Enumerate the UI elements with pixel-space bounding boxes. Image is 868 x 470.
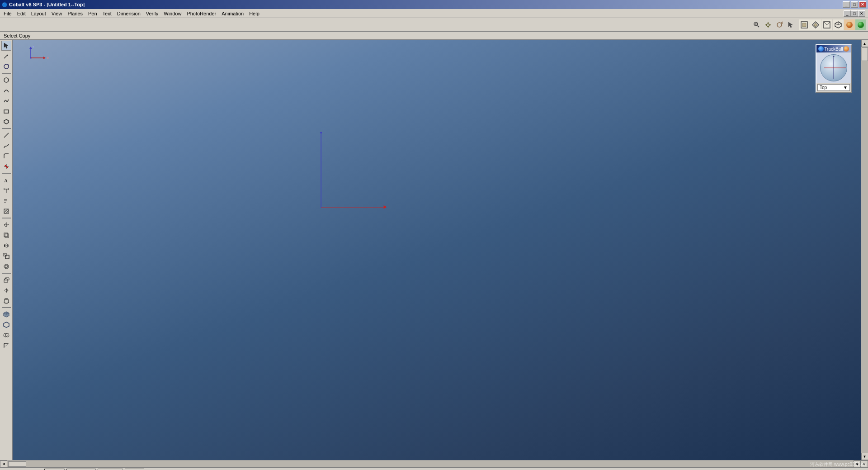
x-coord-display: X= -13.935' [66, 469, 96, 470]
menu-planes[interactable]: Planes [65, 10, 85, 17]
watermark: 河东软件网 www.pc0359.cn [810, 461, 866, 468]
menu-animation[interactable]: Animation [219, 10, 246, 17]
svg-point-4 [777, 23, 782, 27]
menu-photorender[interactable]: PhotoRender [184, 10, 219, 17]
menu-help[interactable]: Help [246, 10, 262, 17]
app-title: Cobalt v8 SP3 - [Untitled 1--Top] [9, 2, 85, 7]
menu-bar: File Edit Layout View Planes Pen Text Di… [0, 9, 868, 18]
svg-rect-24 [4, 110, 9, 113]
left-toolbar: A [0, 40, 13, 460]
menu-window[interactable]: Window [161, 10, 184, 17]
scroll-track-right[interactable] [861, 47, 868, 453]
svg-point-17 [846, 22, 853, 28]
scroll-down-btn[interactable]: ▼ [861, 453, 868, 460]
revolve-tool-btn[interactable] [1, 285, 11, 295]
spline-tool-btn[interactable] [1, 141, 11, 151]
menu-layout[interactable]: Layout [28, 10, 49, 17]
render-btn[interactable] [844, 19, 855, 30]
svg-marker-19 [4, 43, 8, 48]
hscroll-track[interactable] [7, 461, 854, 467]
arrow-tool-btn[interactable] [1, 51, 11, 61]
svg-marker-9 [814, 23, 817, 27]
pan-btn[interactable] [763, 19, 774, 30]
close-btn[interactable]: ✕ [859, 1, 866, 8]
canvas-area[interactable]: Y X TrackBall Top [13, 40, 861, 460]
note-tool-btn[interactable] [1, 196, 11, 206]
hscroll-thumb[interactable] [8, 461, 26, 467]
right-scrollbar: ▲ ▼ [861, 40, 868, 460]
rotate3d-tool-btn[interactable] [1, 62, 11, 71]
menu-edit[interactable]: Edit [14, 10, 28, 17]
svg-marker-79 [384, 205, 387, 209]
sphere-btn[interactable] [855, 19, 866, 30]
boolean-tool-btn[interactable] [1, 330, 11, 340]
front-view-btn[interactable] [799, 19, 810, 30]
view-toolbar [751, 19, 866, 30]
watermark-text: 河东软件网 www.pc0359.cn [810, 462, 866, 467]
top-view-btn[interactable] [810, 19, 821, 30]
shell-tool-btn[interactable] [1, 320, 11, 330]
rotate-btn[interactable] [774, 19, 785, 30]
separator-2 [2, 128, 11, 129]
polygon-tool-btn[interactable] [1, 117, 11, 127]
main-area: A [0, 40, 868, 460]
curve-tool-btn[interactable] [1, 96, 11, 106]
svg-point-58 [5, 299, 8, 300]
hint-bar: Select Copy [0, 32, 868, 40]
circle-tool-btn[interactable] [1, 75, 11, 85]
mirror-tool-btn[interactable] [1, 241, 11, 251]
trim-tool-btn[interactable] [1, 161, 11, 171]
bottom-scrollbar: ◄ ◆ ► [0, 460, 868, 467]
app-restore-btn[interactable]: □ [851, 10, 858, 17]
restore-btn[interactable]: □ [851, 1, 858, 8]
line-tool-btn[interactable] [1, 130, 11, 140]
menu-pen[interactable]: Pen [85, 10, 100, 17]
canvas-coordinate-axes [13, 40, 861, 460]
separator-1 [2, 73, 11, 74]
menu-verify[interactable]: Verify [143, 10, 161, 17]
y-coord-display: Y= 7.792' [98, 469, 123, 470]
dim-tool-btn[interactable] [1, 185, 11, 195]
loft-tool-btn[interactable] [1, 296, 11, 306]
svg-point-59 [4, 302, 9, 304]
separator-3 [2, 173, 11, 174]
menu-file[interactable]: File [1, 10, 14, 17]
menu-view[interactable]: View [49, 10, 65, 17]
app-minimize-btn[interactable]: _ [844, 10, 851, 17]
fillet-tool-btn[interactable] [1, 151, 11, 161]
zoom-btn[interactable] [751, 19, 762, 30]
extrude-tool-btn[interactable] [1, 275, 11, 285]
scroll-left-btn[interactable]: ◄ [0, 461, 7, 468]
scale-tool-btn[interactable] [1, 251, 11, 261]
move-tool-btn[interactable] [1, 220, 11, 230]
svg-rect-44 [5, 234, 9, 237]
offset-tool-btn[interactable] [1, 261, 11, 271]
right-view-btn[interactable] [821, 19, 832, 30]
menu-dimension[interactable]: Dimension [114, 10, 143, 17]
menu-text[interactable]: Text [100, 10, 114, 17]
select-tool-btn[interactable] [1, 41, 11, 51]
svg-line-20 [4, 55, 8, 58]
iso-view-btn[interactable] [833, 19, 844, 30]
fillet3d-tool-btn[interactable] [1, 341, 11, 351]
svg-line-16 [838, 24, 841, 25]
svg-rect-54 [4, 280, 8, 282]
text-tool-btn[interactable]: A [1, 175, 11, 185]
svg-rect-7 [802, 23, 806, 27]
svg-marker-66 [4, 322, 9, 328]
title-bar: 🔵 Cobalt v8 SP3 - [Untitled 1--Top] _ □ … [0, 0, 868, 9]
minimize-btn[interactable]: _ [843, 1, 850, 8]
scroll-thumb-right[interactable] [862, 47, 868, 61]
svg-marker-25 [4, 119, 9, 124]
rect-tool-btn[interactable] [1, 106, 11, 116]
svg-line-15 [835, 24, 838, 25]
copy-tool-btn[interactable] [1, 230, 11, 240]
select-btn[interactable] [785, 19, 796, 30]
scroll-up-btn[interactable]: ▲ [861, 40, 868, 47]
title-bar-left: 🔵 Cobalt v8 SP3 - [Untitled 1--Top] [2, 2, 85, 7]
solid-tool-btn[interactable] [1, 309, 11, 319]
arc-tool-btn[interactable] [1, 85, 11, 95]
app-close-btn[interactable]: ✕ [858, 10, 865, 17]
svg-marker-48 [7, 244, 9, 247]
hatch-tool-btn[interactable] [1, 206, 11, 216]
